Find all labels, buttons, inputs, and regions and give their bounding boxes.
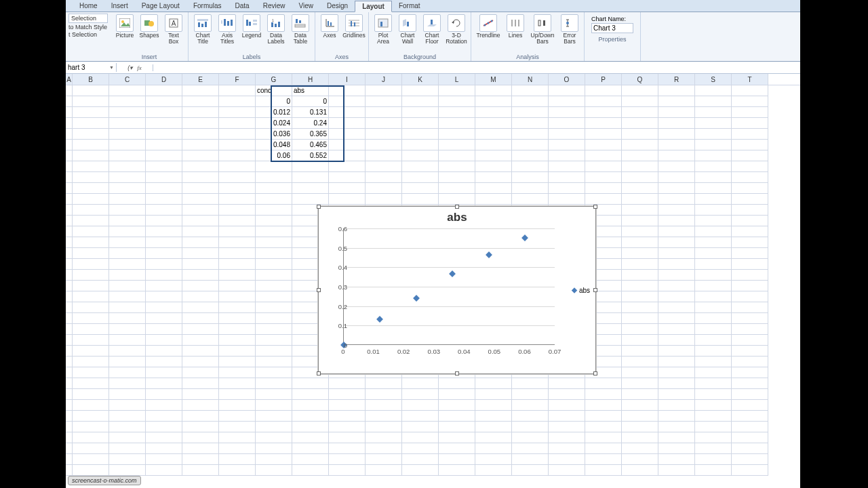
cell[interactable] — [73, 248, 109, 259]
cell[interactable] — [256, 216, 292, 226]
cell[interactable] — [73, 129, 109, 140]
cell[interactable] — [585, 443, 622, 454]
data-labels-button[interactable]: 1Data Labels — [264, 14, 288, 45]
cell[interactable] — [658, 129, 695, 140]
cell[interactable] — [109, 248, 146, 259]
cell[interactable] — [146, 216, 182, 226]
cell[interactable] — [66, 129, 73, 140]
column-header[interactable]: L — [439, 74, 475, 85]
cell[interactable] — [549, 161, 585, 172]
column-header[interactable]: P — [585, 74, 622, 85]
cell[interactable] — [695, 226, 732, 237]
cell[interactable] — [66, 443, 73, 454]
cell[interactable] — [182, 183, 219, 194]
cell[interactable] — [695, 194, 732, 205]
cell[interactable]: abs — [292, 85, 329, 96]
cell[interactable] — [658, 443, 695, 454]
cell[interactable] — [256, 281, 292, 291]
cell[interactable] — [549, 107, 585, 118]
cell[interactable] — [549, 432, 585, 443]
cell[interactable] — [219, 281, 256, 291]
cell[interactable] — [329, 118, 366, 129]
cell[interactable] — [732, 313, 768, 324]
cell[interactable] — [366, 411, 402, 422]
cell[interactable] — [658, 183, 695, 194]
cell[interactable] — [585, 194, 622, 205]
cell[interactable] — [549, 422, 585, 432]
cell[interactable] — [66, 411, 73, 422]
cell[interactable] — [256, 183, 292, 194]
cell[interactable] — [732, 270, 768, 281]
cell[interactable] — [732, 335, 768, 346]
cell[interactable] — [73, 281, 109, 291]
cell[interactable] — [658, 367, 695, 378]
cell[interactable] — [585, 118, 622, 129]
cell[interactable] — [256, 194, 292, 205]
cell[interactable] — [512, 465, 549, 476]
tab-page-layout[interactable]: Page Layout — [135, 1, 186, 11]
cell[interactable] — [439, 161, 475, 172]
cell[interactable] — [73, 118, 109, 129]
cell[interactable] — [622, 118, 658, 129]
cell[interactable] — [66, 422, 73, 432]
cell[interactable] — [549, 454, 585, 465]
cell[interactable] — [146, 183, 182, 194]
cell[interactable] — [402, 129, 439, 140]
cell[interactable] — [256, 432, 292, 443]
cell[interactable] — [695, 205, 732, 216]
cell[interactable] — [549, 465, 585, 476]
cell[interactable] — [402, 118, 439, 129]
cell[interactable] — [66, 172, 73, 183]
cell[interactable] — [256, 346, 292, 357]
cell[interactable] — [512, 443, 549, 454]
cell[interactable] — [732, 324, 768, 335]
cell[interactable] — [402, 454, 439, 465]
cell[interactable] — [66, 150, 73, 161]
cell[interactable] — [256, 313, 292, 324]
cell[interactable] — [549, 96, 585, 107]
cell[interactable] — [329, 389, 366, 400]
cell[interactable] — [329, 411, 366, 422]
cell[interactable] — [658, 411, 695, 422]
cell[interactable] — [585, 85, 622, 96]
cell[interactable] — [66, 183, 73, 194]
cell[interactable] — [182, 443, 219, 454]
cell[interactable] — [66, 346, 73, 357]
cell[interactable] — [658, 313, 695, 324]
cell[interactable] — [695, 270, 732, 281]
cell[interactable] — [66, 118, 73, 129]
cell[interactable] — [146, 85, 182, 96]
cell[interactable] — [658, 161, 695, 172]
cell[interactable] — [109, 291, 146, 302]
cell[interactable] — [658, 85, 695, 96]
cell[interactable] — [146, 270, 182, 281]
cell[interactable] — [475, 96, 512, 107]
column-header[interactable]: N — [512, 74, 549, 85]
cell[interactable] — [439, 411, 475, 422]
cell[interactable] — [182, 107, 219, 118]
cell[interactable] — [732, 411, 768, 422]
cell[interactable] — [73, 454, 109, 465]
cell[interactable] — [73, 205, 109, 216]
cell[interactable]: 0 — [256, 96, 292, 107]
cell[interactable] — [146, 389, 182, 400]
cell[interactable] — [585, 454, 622, 465]
cell[interactable] — [549, 118, 585, 129]
cell[interactable] — [732, 443, 768, 454]
cell[interactable] — [622, 270, 658, 281]
fx-icon[interactable]: fx — [137, 64, 142, 71]
error-bars-button[interactable]: Error Bars — [558, 14, 581, 45]
cell[interactable] — [73, 302, 109, 313]
cell[interactable] — [219, 85, 256, 96]
cell[interactable] — [439, 85, 475, 96]
cell[interactable] — [695, 389, 732, 400]
cell[interactable] — [732, 367, 768, 378]
cell[interactable] — [585, 389, 622, 400]
cell[interactable] — [146, 194, 182, 205]
cell[interactable] — [549, 400, 585, 411]
cell[interactable] — [219, 248, 256, 259]
cell[interactable] — [256, 422, 292, 432]
cell[interactable] — [182, 313, 219, 324]
cell[interactable] — [512, 150, 549, 161]
cell[interactable] — [658, 270, 695, 281]
